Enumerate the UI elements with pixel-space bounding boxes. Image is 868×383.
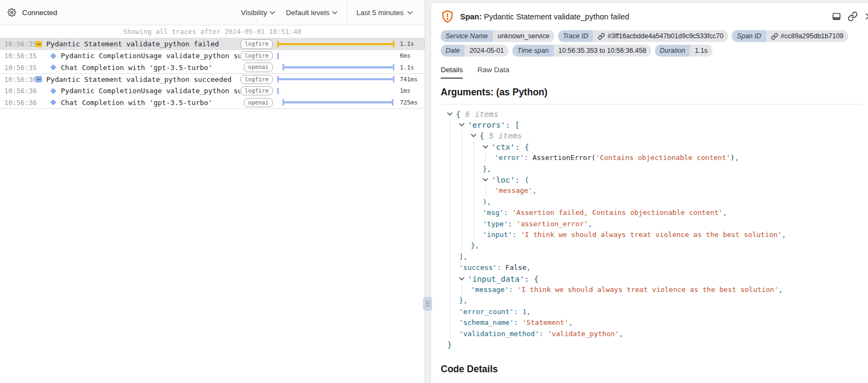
warning-shield-icon <box>441 10 454 23</box>
panel-resize-handle[interactable] <box>423 297 432 311</box>
indent-guide <box>459 284 471 295</box>
json-tree-line: 'success': False, <box>447 262 863 273</box>
tree-collapse-icon[interactable] <box>483 178 491 182</box>
duration-bar <box>283 99 393 106</box>
json-tree-line: { 6 items <box>447 108 863 119</box>
span-diamond-icon <box>50 88 56 94</box>
trace-row[interactable]: 10:56:36Chat Completion with 'gpt-3.5-tu… <box>0 96 425 108</box>
badge-value: 1.1s <box>690 45 712 57</box>
badge-label: Service Name <box>441 30 493 42</box>
copy-link-icon[interactable] <box>771 33 778 40</box>
trace-timestamp: 10:56:36 <box>4 87 32 95</box>
json-tree-line: }, <box>447 295 863 306</box>
tag-badge[interactable]: openai <box>244 98 273 108</box>
collapse-square-icon[interactable] <box>36 76 42 82</box>
indent-guide <box>447 284 459 295</box>
indent-guide <box>459 130 471 141</box>
indent-guide <box>447 141 459 152</box>
badge-label: Span ID <box>732 30 766 42</box>
indent-guide <box>447 240 459 251</box>
indent-guide <box>447 196 459 207</box>
indent-guide <box>447 152 459 163</box>
tag-badge[interactable]: logfire <box>241 86 273 96</box>
json-tree-line: 'error_count': 1, <box>447 306 863 317</box>
gear-icon[interactable] <box>8 8 16 17</box>
indent-guide <box>447 317 459 328</box>
visibility-dropdown[interactable]: Visibility <box>241 9 276 17</box>
indent-guide <box>471 185 483 196</box>
indent-guide <box>483 185 495 196</box>
indent-guide <box>447 273 459 284</box>
tag-badge[interactable]: logfire <box>241 75 273 85</box>
attribute-badge: Service Nameunknown_service <box>441 30 554 42</box>
indent-guide <box>459 240 471 251</box>
attribute-badge: Span ID#cc89a295db1b7109 <box>732 30 848 42</box>
trace-toolbar: Connected Visibility Default levels Last… <box>0 0 425 25</box>
tree-collapse-icon[interactable] <box>459 277 468 281</box>
duration-bar-track <box>277 40 397 48</box>
trace-label: Pydantic Statement validate_python succe… <box>46 75 241 83</box>
trace-list: 10:56:35Pydantic Statement validate_pyth… <box>0 38 425 109</box>
duration-label: 1ms <box>400 87 421 94</box>
collapse-square-icon[interactable] <box>36 41 42 47</box>
close-icon[interactable] <box>864 12 868 21</box>
json-tree-line: 'errors': [ <box>447 119 863 130</box>
json-tree-line: 'schema_name': 'Statement', <box>447 317 863 328</box>
json-tree-line: } <box>447 339 863 350</box>
indent-guide <box>447 185 459 196</box>
indent-guide <box>447 306 459 317</box>
badge-label: Time span <box>512 45 553 57</box>
indent-guide <box>459 185 471 196</box>
trace-row[interactable]: 10:56:36Pydantic CompletionUsage validat… <box>0 85 425 97</box>
connection-status: Connected <box>8 8 57 17</box>
trace-row[interactable]: 10:56:35Pydantic Statement validate_pyth… <box>0 38 425 50</box>
indent-guide <box>471 163 483 174</box>
trace-row[interactable]: 10:56:35Pydantic CompletionUsage validat… <box>0 50 425 62</box>
copy-link-icon[interactable] <box>848 11 858 22</box>
tab-raw-data[interactable]: Raw Data <box>477 66 509 79</box>
badge-value: 10:56:35.353 to 10:56:36.458 <box>554 45 651 57</box>
json-tree-line: 'type': 'assertion_error', <box>447 218 863 229</box>
trace-row[interactable]: 10:56:35Chat Completion with 'gpt-3.5-tu… <box>0 61 425 73</box>
tag-badge[interactable]: logfire <box>241 51 273 61</box>
indent-guide <box>459 196 471 207</box>
tag-badge[interactable]: logfire <box>241 39 273 49</box>
tag-badge[interactable]: openai <box>244 62 273 72</box>
tree-collapse-icon[interactable] <box>471 134 479 137</box>
copy-link-icon[interactable] <box>598 33 605 40</box>
indent-guide <box>471 174 483 185</box>
indent-guide <box>447 174 459 185</box>
attribute-badge: Duration1.1s <box>655 45 712 57</box>
trace-timestamp: 10:56:36 <box>4 75 32 83</box>
json-tree-line: 'message': 'I think we should always tre… <box>447 284 863 295</box>
indent-guide <box>459 229 471 240</box>
badge-value: #cc89a295db1b7109 <box>766 30 849 42</box>
json-tree-line: 'input_data': { <box>447 273 863 284</box>
indent-guide <box>459 141 471 152</box>
traces-banner: Showing all traces after 2024-05-01 10:5… <box>0 25 425 38</box>
json-tree-line: ], <box>447 251 863 262</box>
duration-label: 725ms <box>400 99 421 106</box>
time-range-dropdown[interactable]: Last 5 minutes <box>348 0 425 25</box>
trace-row[interactable]: 10:56:36Pydantic Statement validate_pyth… <box>0 73 425 85</box>
indent-guide <box>471 152 483 163</box>
default-levels-dropdown[interactable]: Default levels <box>286 9 337 17</box>
trace-timestamp: 10:56:35 <box>4 64 32 72</box>
badge-label: Date <box>441 45 464 57</box>
badge-label: Duration <box>655 45 690 57</box>
tree-collapse-icon[interactable] <box>483 145 491 149</box>
reader-mode-icon[interactable] <box>832 12 841 21</box>
span-title: Span: Pydantic Statement validate_python… <box>460 12 629 21</box>
tab-details[interactable]: Details <box>441 66 463 79</box>
drag-dots-icon <box>426 301 429 307</box>
duration-bar-track <box>277 87 397 95</box>
json-tree-line: 'input': 'I think we should always treat… <box>447 229 863 240</box>
indent-guide <box>471 141 483 152</box>
span-detail-panel: Span: Pydantic Statement validate_python… <box>431 2 868 383</box>
indent-guide <box>459 218 471 229</box>
attribute-badge: Trace ID#3ff16acbdde4a547b01d9c9c533fcc7… <box>558 30 728 42</box>
trace-label: Pydantic Statement validate_python faile… <box>46 40 241 48</box>
tree-collapse-icon[interactable] <box>459 123 468 127</box>
tree-collapse-icon[interactable] <box>447 112 456 116</box>
duration-bar <box>277 53 279 59</box>
